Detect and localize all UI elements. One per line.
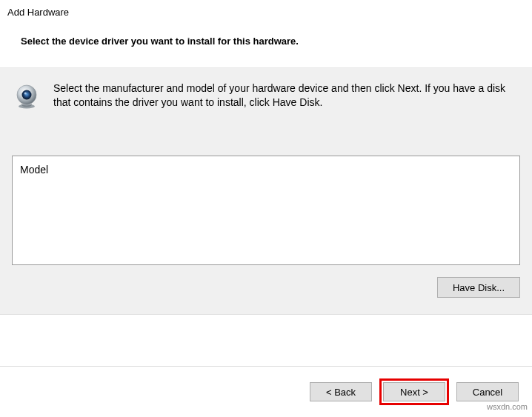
back-button[interactable]: < Back	[310, 382, 372, 401]
instruction-text: Select the manufacturer and model of you…	[53, 81, 519, 110]
cancel-button[interactable]: Cancel	[456, 382, 519, 401]
window-title: Add Hardware	[0, 0, 532, 21]
have-disk-row: Have Disk...	[0, 274, 532, 314]
next-button[interactable]: Next >	[383, 382, 445, 401]
have-disk-button[interactable]: Have Disk...	[437, 277, 520, 298]
next-button-highlight: Next >	[379, 378, 449, 405]
model-list-header: Model	[20, 164, 512, 176]
content-panel: Select the manufacturer and model of you…	[0, 67, 532, 315]
svg-point-3	[24, 92, 27, 94]
svg-point-2	[22, 90, 32, 100]
page-heading: Select the device driver you want to ins…	[21, 36, 511, 47]
instruction-row: Select the manufacturer and model of you…	[0, 68, 532, 117]
wizard-header: Select the device driver you want to ins…	[0, 21, 532, 67]
hardware-icon	[13, 83, 40, 110]
model-listbox[interactable]: Model	[12, 156, 520, 265]
wizard-footer: < Back Next > Cancel	[0, 366, 532, 417]
